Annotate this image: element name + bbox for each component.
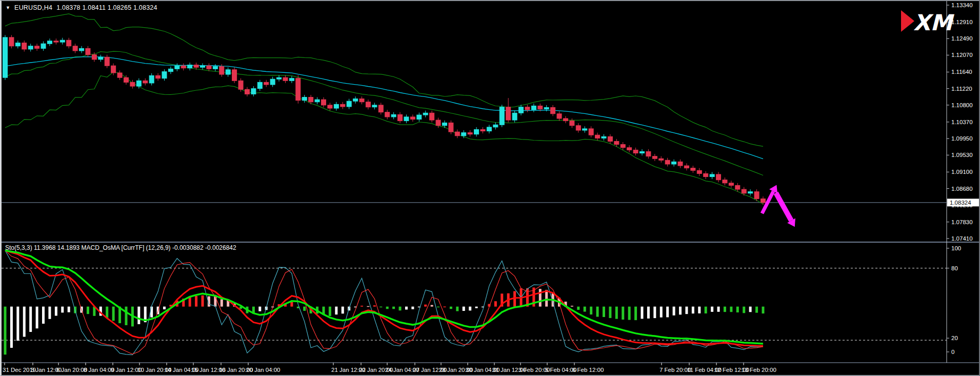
- osma-bar: [342, 307, 344, 314]
- candle-body: [410, 117, 415, 120]
- time-tick-label: 20 Jan 04:00: [246, 367, 281, 373]
- osma-bar: [469, 307, 471, 311]
- candle-body: [519, 107, 524, 113]
- time-axis[interactable]: 31 Dec 20193 Jan 12:006 Jan 20:008 Jan 0…: [3, 363, 776, 373]
- candle-body: [672, 162, 676, 164]
- candle-body: [353, 99, 358, 102]
- candle-body: [754, 192, 759, 199]
- candle-body: [646, 151, 651, 156]
- osma-bar: [647, 307, 650, 319]
- current-price-label: 1.08324: [950, 200, 971, 206]
- candle-body: [436, 120, 441, 126]
- candle-body: [257, 82, 262, 88]
- candle-body: [455, 132, 459, 136]
- candle-body: [60, 40, 65, 42]
- price-chart-canvas[interactable]: 1.133401.129101.124901.120701.116401.112…: [2, 1, 979, 375]
- osma-bar: [571, 306, 573, 307]
- osma-bar: [48, 307, 51, 319]
- osma-bar: [221, 299, 223, 306]
- series-line: [5, 72, 763, 204]
- osma-bar: [411, 307, 414, 309]
- candle-body: [398, 114, 403, 121]
- osma-bar: [10, 307, 13, 348]
- candle-body: [328, 105, 332, 108]
- indicator-panel[interactable]: [2, 250, 947, 354]
- osma-bar: [386, 307, 389, 309]
- osma-bar: [23, 307, 26, 337]
- candle-body: [9, 37, 14, 46]
- candle-body: [704, 173, 708, 176]
- price-axis[interactable]: 1.133401.129101.124901.120701.116401.112…: [947, 2, 979, 355]
- osma-bar: [303, 307, 306, 311]
- candle-body: [130, 82, 135, 86]
- osma-bar: [42, 307, 45, 324]
- candle-body: [67, 40, 71, 46]
- candle-body: [557, 114, 562, 118]
- candle-body: [270, 79, 275, 85]
- annotation-arrows[interactable]: [762, 185, 795, 227]
- candle-body: [748, 192, 753, 193]
- time-tick-label: 6 Jan 20:00: [56, 367, 87, 373]
- osma-bar: [622, 307, 624, 320]
- price-tick-label: 1.07410: [951, 235, 973, 242]
- candle-body: [487, 127, 491, 131]
- indicator-tick-label: 20: [951, 335, 958, 341]
- osma-bar: [736, 307, 739, 312]
- candle-body: [468, 133, 472, 134]
- candle-body: [73, 46, 77, 51]
- series-line: [5, 57, 763, 159]
- indicator-tick-label: 100: [951, 245, 961, 251]
- candle-body: [79, 48, 84, 51]
- osma-bar: [392, 307, 395, 309]
- candle-body: [322, 100, 326, 105]
- candle-body: [627, 148, 632, 150]
- candle-body: [608, 136, 612, 141]
- osma-bar: [762, 307, 764, 313]
- candle-body: [188, 65, 192, 68]
- price-tick-label: 1.11220: [951, 86, 972, 92]
- symbol-timeframe-label: EURUSD,H4: [14, 4, 52, 11]
- candle-body: [124, 77, 128, 82]
- time-tick-label: 13 Feb 20:00: [742, 367, 776, 373]
- candle-body: [28, 46, 33, 49]
- osma-bar: [405, 307, 408, 310]
- osma-bar: [367, 306, 369, 307]
- candle-body: [168, 69, 173, 71]
- osma-bar: [335, 307, 337, 314]
- candle-body: [3, 37, 8, 77]
- osma-bar: [150, 307, 153, 318]
- osma-bar: [660, 307, 663, 318]
- candle-body: [238, 81, 243, 89]
- osma-bar: [437, 307, 439, 308]
- osma-bar: [717, 307, 720, 312]
- candle-body: [98, 57, 103, 60]
- indicator-tick-label: 0: [951, 349, 954, 355]
- candle-body: [251, 89, 256, 94]
- price-tick-label: 1.09100: [951, 169, 973, 175]
- candle-body: [602, 136, 606, 138]
- osma-bar: [724, 307, 726, 312]
- candle-body: [201, 66, 205, 67]
- osma-bar: [202, 295, 204, 307]
- candle-body: [761, 199, 765, 203]
- candle-body: [54, 41, 58, 42]
- chart-window: ▼ EURUSD,H4 1.08378 1.08411 1.08265 1.08…: [0, 0, 980, 376]
- candle-body: [538, 106, 543, 109]
- osma-bar: [603, 307, 605, 317]
- xm-logo: XM: [899, 7, 956, 35]
- osma-bar: [711, 307, 713, 312]
- candle-body: [175, 66, 179, 69]
- time-tick-label: 8 Jan 04:00: [84, 367, 114, 373]
- candle-body: [633, 150, 638, 153]
- candle-body: [499, 107, 504, 125]
- candle-body: [372, 105, 377, 107]
- candle-body: [551, 107, 555, 113]
- candle-body: [404, 117, 409, 121]
- price-tick-label: 1.10800: [951, 102, 973, 108]
- osma-bar: [475, 307, 478, 308]
- osma-bar: [431, 305, 433, 307]
- candle-body: [697, 170, 702, 173]
- candle-body: [309, 97, 313, 102]
- price-tick-label: 1.12490: [951, 35, 973, 42]
- osma-bar: [463, 307, 465, 311]
